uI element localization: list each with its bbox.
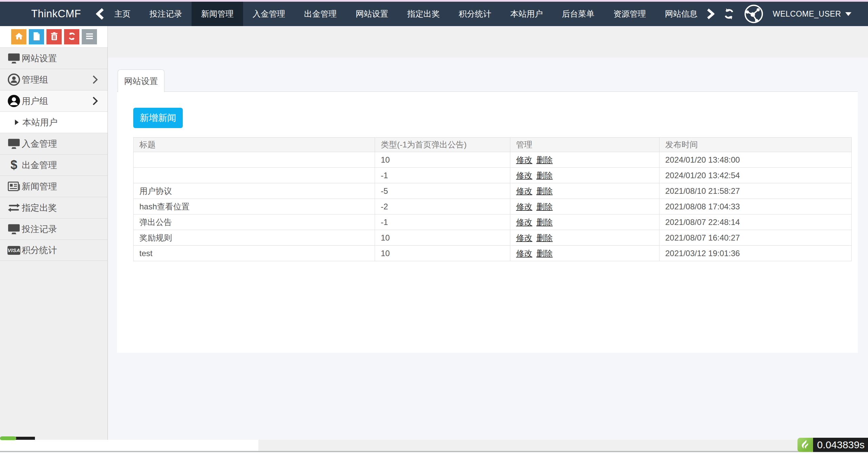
nav-item-site-users[interactable]: 本站用户	[501, 2, 552, 26]
cell-type: 10	[375, 246, 510, 261]
delete-link[interactable]: 删除	[536, 249, 553, 258]
edit-link[interactable]: 修改	[516, 249, 532, 258]
delete-link[interactable]: 删除	[536, 171, 553, 180]
navbar-right-group: WELCOME_USER	[707, 4, 851, 24]
user-menu[interactable]: WELCOME_USER	[773, 9, 851, 19]
nav-item-admin-menu[interactable]: 后台菜单	[552, 2, 604, 26]
table-header-row: 标题 类型(-1为首页弹出公告) 管理 发布时间	[134, 138, 852, 152]
cell-title: 奖励规则	[134, 230, 375, 246]
sidebar-item-admin-group[interactable]: 管理组	[0, 69, 107, 90]
nav-item-deposit[interactable]: 入金管理	[243, 2, 295, 26]
sidebar-filler	[0, 261, 107, 440]
file-icon	[33, 32, 41, 42]
nav-item-assign-prize[interactable]: 指定出奖	[398, 2, 449, 26]
cell-type: -2	[375, 199, 510, 214]
table-row: 奖励规则 10 修改删除 2021/08/07 16:40:27	[134, 230, 852, 246]
edit-link[interactable]: 修改	[516, 186, 532, 195]
chevron-right-icon	[93, 97, 98, 105]
delete-link[interactable]: 删除	[536, 202, 553, 211]
home-button[interactable]	[11, 29, 26, 44]
delete-link[interactable]: 删除	[536, 155, 553, 164]
content-header-strip	[108, 26, 868, 58]
user-circle-outline-icon	[7, 73, 21, 87]
sidebar-item-assign-prize[interactable]: 指定出奖	[0, 197, 107, 218]
col-manage: 管理	[510, 138, 659, 152]
sidebar-item-points-stats[interactable]: VISA 积分统计	[0, 240, 107, 261]
cell-title: hash查看位置	[134, 199, 375, 214]
visa-icon: VISA	[7, 243, 21, 258]
nav-item-withdraw[interactable]: 出金管理	[295, 2, 346, 26]
col-title: 标题	[134, 138, 375, 152]
col-type: 类型(-1为首页弹出公告)	[375, 138, 510, 152]
add-news-button[interactable]: 新增新闻	[133, 108, 183, 128]
edit-link[interactable]: 修改	[516, 233, 532, 242]
cell-title: 弹出公告	[134, 214, 375, 230]
cell-type: 10	[375, 152, 510, 168]
edit-link[interactable]: 修改	[516, 171, 532, 180]
exchange-icon	[7, 201, 21, 215]
table-row: 用户协议 -5 修改删除 2021/08/10 21:58:27	[134, 183, 852, 199]
sidebar-item-site-settings[interactable]: 网站设置	[0, 47, 107, 69]
cell-title	[134, 152, 375, 168]
back-chevron-icon[interactable]	[96, 8, 104, 20]
table-row: test 10 修改删除 2021/03/12 19:01:36	[134, 246, 852, 261]
new-file-button[interactable]	[29, 29, 44, 44]
edit-link[interactable]: 修改	[516, 202, 532, 211]
table-row: hash查看位置 -2 修改删除 2021/08/08 17:04:33	[134, 199, 852, 214]
cell-type: -5	[375, 183, 510, 199]
sidebar-item-withdraw[interactable]: $ 出金管理	[0, 154, 107, 176]
main-nav: 主页 投注记录 新闻管理 入金管理 出金管理 网站设置 指定出奖 积分统计 本站…	[105, 2, 707, 26]
cell-actions: 修改删除	[510, 246, 659, 261]
delete-link[interactable]: 删除	[536, 186, 553, 195]
sidebar-item-user-group[interactable]: 用户组	[0, 90, 107, 111]
cell-publish-time: 2021/08/10 21:58:27	[659, 183, 852, 199]
sidebar-item-deposit[interactable]: 入金管理	[0, 133, 107, 154]
brand-logo[interactable]: ThinkCMF	[31, 8, 81, 20]
cell-title	[134, 168, 375, 183]
recycle-button[interactable]	[64, 29, 79, 44]
nav-item-site-info[interactable]: 网站信息	[655, 2, 707, 26]
nav-item-news[interactable]: 新闻管理	[192, 2, 243, 26]
sidebar-item-site-users[interactable]: 本站用户	[0, 111, 107, 133]
sidebar: 网站设置 管理组 用户组	[0, 26, 108, 440]
sidebar-menu: 网站设置 管理组 用户组	[0, 47, 107, 261]
cell-type: -1	[375, 168, 510, 183]
table-row: -1 修改删除 2024/01/20 13:42:54	[134, 168, 852, 183]
avatar-icon[interactable]	[744, 4, 764, 24]
exec-time-label: 0.043839s	[813, 438, 868, 452]
cell-type: 10	[375, 230, 510, 246]
sidebar-item-news[interactable]: 新闻管理	[0, 176, 107, 197]
chevron-right-icon[interactable]	[707, 8, 714, 19]
cell-title: 用户协议	[134, 183, 375, 199]
delete-link[interactable]: 删除	[536, 233, 553, 242]
edit-link[interactable]: 修改	[516, 155, 532, 164]
username-label: WELCOME_USER	[773, 9, 841, 19]
cell-actions: 修改删除	[510, 230, 659, 246]
cell-type: -1	[375, 214, 510, 230]
nav-item-resources[interactable]: 资源管理	[604, 2, 655, 26]
caret-down-icon	[845, 12, 851, 16]
cell-publish-time: 2024/01/20 13:42:54	[659, 168, 852, 183]
col-publish-time: 发布时间	[659, 138, 852, 152]
nav-item-site-settings[interactable]: 网站设置	[346, 2, 398, 26]
home-icon	[15, 32, 23, 42]
nav-item-points-stats[interactable]: 积分统计	[449, 2, 501, 26]
nav-item-home[interactable]: 主页	[105, 2, 140, 26]
nav-item-bet-records[interactable]: 投注记录	[140, 2, 192, 26]
bottom-bar	[0, 440, 868, 452]
thinkphp-logo-icon	[797, 438, 813, 452]
clear-button[interactable]	[46, 29, 62, 44]
sidebar-item-bet-records[interactable]: 投注记录	[0, 218, 107, 240]
delete-link[interactable]: 删除	[536, 218, 553, 227]
monitor-icon	[7, 51, 21, 65]
recycle-icon	[67, 32, 76, 42]
bottom-bar-white-segment	[0, 440, 258, 451]
refresh-icon[interactable]	[723, 8, 735, 20]
edit-link[interactable]: 修改	[516, 218, 532, 227]
cell-actions: 修改删除	[510, 199, 659, 214]
newspaper-icon	[7, 179, 21, 193]
list-button[interactable]	[82, 29, 97, 44]
dollar-icon: $	[7, 158, 21, 172]
tab-site-settings[interactable]: 网站设置	[118, 69, 164, 92]
cell-title: test	[134, 246, 375, 261]
